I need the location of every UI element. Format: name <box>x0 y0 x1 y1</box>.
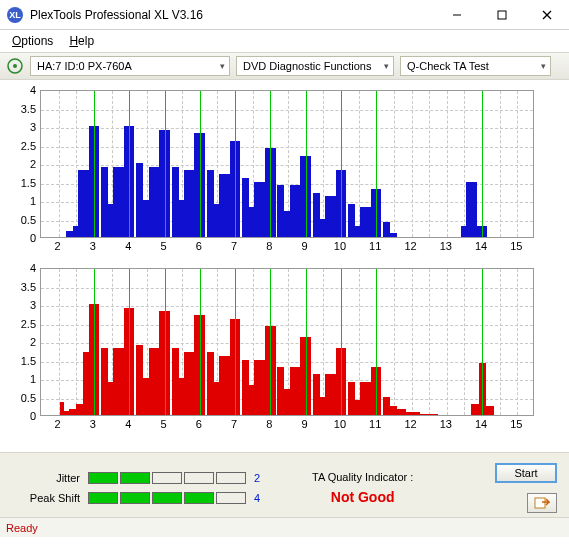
menubar: Options Help <box>0 30 569 52</box>
app-icon-wrap: XL <box>0 7 30 23</box>
xtick: 6 <box>196 418 202 430</box>
jitter-value: 2 <box>254 472 264 484</box>
menu-help[interactable]: Help <box>63 32 100 50</box>
ytick: 0 <box>30 410 36 422</box>
xtick: 6 <box>196 240 202 252</box>
xtick: 13 <box>440 418 452 430</box>
ytick: 1.5 <box>21 355 36 367</box>
footer-panel: Jitter 2 Peak Shift 4 TA Quality Indica <box>0 452 569 517</box>
test-select[interactable]: Q-Check TA Test ▾ <box>400 56 551 76</box>
menu-help-rest: elp <box>78 34 94 48</box>
xtick: 10 <box>334 418 346 430</box>
drive-select-value: HA:7 ID:0 PX-760A <box>37 60 132 72</box>
peakshift-value: 4 <box>254 492 264 504</box>
xtick: 2 <box>55 418 61 430</box>
toolbar: HA:7 ID:0 PX-760A ▾ DVD Diagnostic Funct… <box>0 52 569 80</box>
xtick: 9 <box>302 240 308 252</box>
xtick: 11 <box>369 240 381 252</box>
export-button[interactable] <box>527 493 557 513</box>
chart-bottom-yaxis: 00.511.522.533.54 <box>6 268 40 416</box>
jitter-meter <box>88 472 246 484</box>
close-button[interactable] <box>524 0 569 30</box>
menu-options-rest: ptions <box>21 34 53 48</box>
xtick: 14 <box>475 240 487 252</box>
meter-box <box>184 492 214 504</box>
xtick: 2 <box>55 240 61 252</box>
xtick: 9 <box>302 418 308 430</box>
statusbar: Ready <box>0 517 569 537</box>
ytick: 4 <box>30 262 36 274</box>
ytick: 2.5 <box>21 140 36 152</box>
mode-select-value: DVD Diagnostic Functions <box>243 60 371 72</box>
menu-options[interactable]: Options <box>6 32 59 50</box>
meter-box <box>120 492 150 504</box>
meter-box <box>216 472 246 484</box>
ytick: 1 <box>30 195 36 207</box>
meter-box <box>184 472 214 484</box>
start-button[interactable]: Start <box>495 463 557 483</box>
ytick: 4 <box>30 84 36 96</box>
chart-top-xaxis: 23456789101112131415 <box>40 240 534 258</box>
status-text: Ready <box>6 522 38 534</box>
meter-box <box>120 472 150 484</box>
ytick: 3.5 <box>21 103 36 115</box>
quality-column: TA Quality Indicator : Not Good <box>312 471 413 505</box>
chart-top-yaxis: 00.511.522.533.54 <box>6 90 40 238</box>
svg-rect-1 <box>498 11 506 19</box>
ytick: 0.5 <box>21 214 36 226</box>
chart-bottom-xaxis: 23456789101112131415 <box>40 418 534 436</box>
jitter-label: Jitter <box>24 472 80 484</box>
xtick: 7 <box>231 240 237 252</box>
xtick: 3 <box>90 418 96 430</box>
xtick: 5 <box>160 240 166 252</box>
xtick: 12 <box>404 418 416 430</box>
xtick: 8 <box>266 240 272 252</box>
peakshift-label: Peak Shift <box>24 492 80 504</box>
chart-top-plot <box>40 90 534 238</box>
xtick: 12 <box>404 240 416 252</box>
button-column: Start <box>495 463 557 513</box>
export-icon <box>534 496 550 510</box>
meter-box <box>152 472 182 484</box>
start-button-label: Start <box>514 467 537 479</box>
mode-select[interactable]: DVD Diagnostic Functions ▾ <box>236 56 394 76</box>
chart-top: 00.511.522.533.54 23456789101112131415 <box>6 90 536 258</box>
chevron-down-icon: ▾ <box>220 61 225 71</box>
peakshift-row: Peak Shift 4 <box>24 492 264 504</box>
meter-box <box>216 492 246 504</box>
meter-column: Jitter 2 Peak Shift 4 <box>24 472 264 504</box>
ytick: 3.5 <box>21 281 36 293</box>
maximize-button[interactable] <box>479 0 524 30</box>
quality-value: Not Good <box>312 489 413 505</box>
chart-bottom-plot <box>40 268 534 416</box>
ytick: 3 <box>30 121 36 133</box>
chevron-down-icon: ▾ <box>384 61 389 71</box>
ytick: 1 <box>30 373 36 385</box>
chart-bottom: 00.511.522.533.54 23456789101112131415 <box>6 268 536 436</box>
svg-point-5 <box>13 64 17 68</box>
quality-title: TA Quality Indicator : <box>312 471 413 483</box>
drive-select[interactable]: HA:7 ID:0 PX-760A ▾ <box>30 56 230 76</box>
meter-box <box>88 472 118 484</box>
xtick: 7 <box>231 418 237 430</box>
titlebar: XL PlexTools Professional XL V3.16 <box>0 0 569 30</box>
app-icon: XL <box>7 7 23 23</box>
ytick: 2 <box>30 158 36 170</box>
minimize-button[interactable] <box>434 0 479 30</box>
ytick: 3 <box>30 299 36 311</box>
ytick: 1.5 <box>21 177 36 189</box>
peakshift-meter <box>88 492 246 504</box>
jitter-row: Jitter 2 <box>24 472 264 484</box>
xtick: 4 <box>125 418 131 430</box>
test-select-value: Q-Check TA Test <box>407 60 489 72</box>
svg-rect-6 <box>535 498 545 508</box>
chart-area: 00.511.522.533.54 23456789101112131415 0… <box>0 80 569 452</box>
drive-icon <box>6 57 24 75</box>
meter-box <box>152 492 182 504</box>
xtick: 15 <box>510 418 522 430</box>
window-title: PlexTools Professional XL V3.16 <box>30 8 434 22</box>
xtick: 5 <box>160 418 166 430</box>
xtick: 15 <box>510 240 522 252</box>
ytick: 2 <box>30 336 36 348</box>
chevron-down-icon: ▾ <box>541 61 546 71</box>
